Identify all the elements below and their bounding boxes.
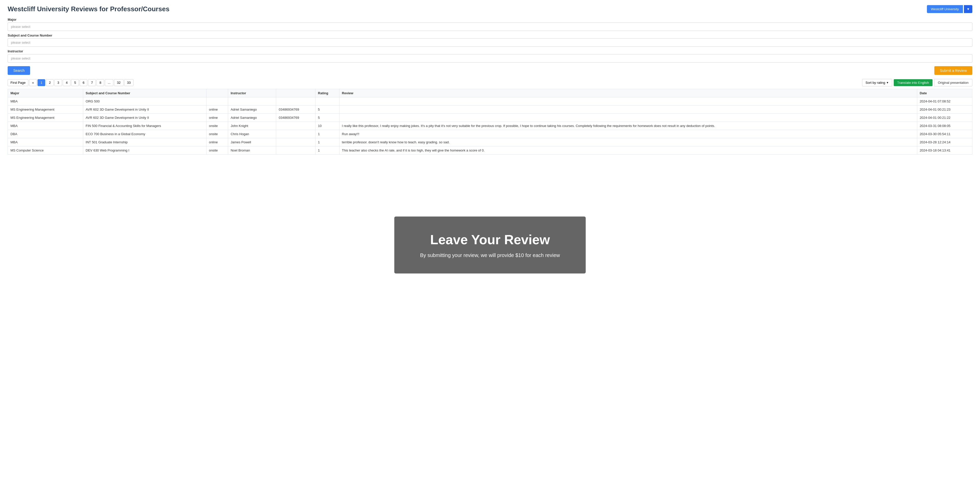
cell-instructor: Noel Broman bbox=[228, 146, 276, 155]
table-row: MS Computer Science DEV 630 Web Programm… bbox=[8, 146, 972, 155]
col-rating: Rating bbox=[315, 89, 339, 97]
cell-major: MBA bbox=[8, 97, 83, 105]
page-33-button[interactable]: 33 bbox=[124, 79, 134, 86]
cell-review: terrible professor. doesn't really know … bbox=[339, 138, 917, 146]
table-row: DBA ECO 700 Business in a Global Economy… bbox=[8, 130, 972, 138]
cell-major: MBA bbox=[8, 138, 83, 146]
cell-student-id bbox=[276, 97, 315, 105]
cell-student-id bbox=[276, 130, 315, 138]
pagination: First Page « 1 2 3 4 5 6 7 8 ... 32 33 bbox=[8, 79, 134, 86]
table-row: MBA INT 501 Graduate Internship online J… bbox=[8, 138, 972, 146]
prev-page-button[interactable]: « bbox=[29, 79, 37, 86]
page-3-button[interactable]: 3 bbox=[54, 79, 62, 86]
cell-student-id: 03486934769 bbox=[276, 114, 315, 122]
university-dropdown-arrow[interactable]: ▼ bbox=[964, 5, 972, 13]
reviews-table: Major Subject and Course Number Instruct… bbox=[8, 89, 972, 155]
cell-instructor: Adriel Samaniego bbox=[228, 114, 276, 122]
cell-course: ECO 700 Business in a Global Economy bbox=[83, 130, 206, 138]
col-mode bbox=[206, 89, 228, 97]
cell-instructor: Adriel Samaniego bbox=[228, 105, 276, 114]
page-4-button[interactable]: 4 bbox=[63, 79, 70, 86]
page-1-button[interactable]: 1 bbox=[38, 79, 45, 86]
cell-date: 2024-04-01 00:21:22 bbox=[917, 114, 972, 122]
cell-rating: 10 bbox=[315, 122, 339, 130]
cell-mode: onsite bbox=[206, 130, 228, 138]
cell-mode: onsite bbox=[206, 146, 228, 155]
cell-review: Run away!!! bbox=[339, 130, 917, 138]
cell-mode bbox=[206, 97, 228, 105]
cell-course: FIN 500 Financial & Accounting Skills fo… bbox=[83, 122, 206, 130]
page-8-button[interactable]: 8 bbox=[97, 79, 104, 86]
page-ellipsis: ... bbox=[105, 79, 113, 86]
col-student-id bbox=[276, 89, 315, 97]
cell-major: DBA bbox=[8, 130, 83, 138]
cell-rating: 1 bbox=[315, 130, 339, 138]
cell-major: MS Computer Science bbox=[8, 146, 83, 155]
major-select[interactable]: please select bbox=[8, 22, 972, 31]
cell-student-id bbox=[276, 138, 315, 146]
major-label: Major bbox=[8, 18, 972, 21]
first-page-button[interactable]: First Page bbox=[8, 79, 28, 86]
sort-by-rating-button[interactable]: Sort by rating ▼ bbox=[862, 79, 892, 86]
cell-student-id bbox=[276, 122, 315, 130]
cell-rating: 5 bbox=[315, 114, 339, 122]
col-review: Review bbox=[339, 89, 917, 97]
page-7-button[interactable]: 7 bbox=[88, 79, 96, 86]
sort-label: Sort by rating bbox=[865, 81, 885, 85]
table-row: MBA ORG 500 2024-04-01 07:08:52 bbox=[8, 97, 972, 105]
cell-review: I really like this professor, I really e… bbox=[339, 122, 917, 130]
original-presentation-button[interactable]: Original presentation bbox=[934, 79, 972, 86]
cell-review bbox=[339, 97, 917, 105]
cell-rating: 1 bbox=[315, 138, 339, 146]
col-instructor: Instructor bbox=[228, 89, 276, 97]
cell-date: 2024-03-31 08:08:05 bbox=[917, 122, 972, 130]
cell-mode: online bbox=[206, 105, 228, 114]
cell-instructor bbox=[228, 97, 276, 105]
sort-chevron-icon: ▼ bbox=[886, 81, 889, 84]
cell-course: AVR 602 3D Game Development in Unity II bbox=[83, 105, 206, 114]
cell-instructor: Chris Hogan bbox=[228, 130, 276, 138]
cell-review: This teacher also checks the AI rate, an… bbox=[339, 146, 917, 155]
cell-major: MBA bbox=[8, 122, 83, 130]
course-label: Subject and Course Number bbox=[8, 34, 972, 37]
cell-rating: 1 bbox=[315, 146, 339, 155]
page-32-button[interactable]: 32 bbox=[114, 79, 123, 86]
col-major: Major bbox=[8, 89, 83, 97]
cell-date: 2024-04-01 00:21:23 bbox=[917, 105, 972, 114]
cell-date: 2024-03-18 04:13:41 bbox=[917, 146, 972, 155]
cell-course: INT 501 Graduate Internship bbox=[83, 138, 206, 146]
cell-instructor: John Knight bbox=[228, 122, 276, 130]
cell-instructor: James Powell bbox=[228, 138, 276, 146]
table-row: MS Engineering Management AVR 602 3D Gam… bbox=[8, 114, 972, 122]
cell-review bbox=[339, 114, 917, 122]
page-6-button[interactable]: 6 bbox=[80, 79, 87, 86]
col-date: Date bbox=[917, 89, 972, 97]
course-select[interactable]: please select bbox=[8, 38, 972, 47]
search-button[interactable]: Search bbox=[8, 66, 30, 75]
cell-major: MS Engineering Management bbox=[8, 114, 83, 122]
cell-mode: online bbox=[206, 114, 228, 122]
cell-rating bbox=[315, 97, 339, 105]
cell-course: DEV 630 Web Programming I bbox=[83, 146, 206, 155]
cell-major: MS Engineering Management bbox=[8, 105, 83, 114]
instructor-label: Instructor bbox=[8, 49, 972, 53]
cell-course: AVR 602 3D Game Development in Unity II bbox=[83, 114, 206, 122]
page-2-button[interactable]: 2 bbox=[46, 79, 54, 86]
table-row: MS Engineering Management AVR 602 3D Gam… bbox=[8, 105, 972, 114]
page-5-button[interactable]: 5 bbox=[71, 79, 79, 86]
table-row: MBA FIN 500 Financial & Accounting Skill… bbox=[8, 122, 972, 130]
cell-date: 2024-03-28 12:24:14 bbox=[917, 138, 972, 146]
col-course: Subject and Course Number bbox=[83, 89, 206, 97]
cell-date: 2024-04-01 07:08:52 bbox=[917, 97, 972, 105]
right-controls: Sort by rating ▼ Translate into English … bbox=[862, 79, 972, 86]
cell-mode: online bbox=[206, 138, 228, 146]
submit-review-button[interactable]: Submit a Review bbox=[934, 66, 972, 75]
cell-mode: onsite bbox=[206, 122, 228, 130]
page-title: Westcliff University Reviews for Profess… bbox=[8, 5, 972, 13]
cell-review bbox=[339, 105, 917, 114]
instructor-select[interactable]: please select bbox=[8, 54, 972, 62]
cell-date: 2024-03-30 05:54:11 bbox=[917, 130, 972, 138]
university-button[interactable]: Westcliff University bbox=[927, 5, 963, 13]
translate-button[interactable]: Translate into English bbox=[894, 79, 933, 86]
cell-student-id: 03486934769 bbox=[276, 105, 315, 114]
